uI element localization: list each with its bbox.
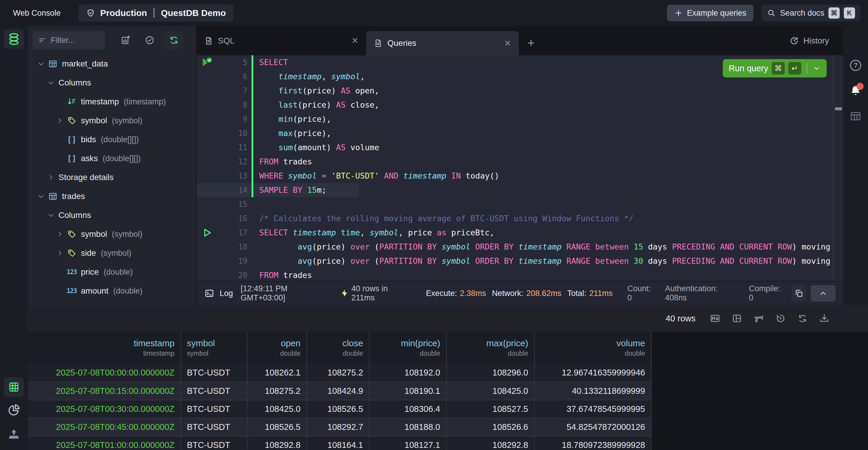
schema-explorer-button[interactable] (4, 29, 24, 49)
tree-item-columns[interactable]: Columns (28, 206, 196, 225)
chevron-down-icon[interactable] (36, 192, 46, 200)
cell-open: 108425.0 (247, 400, 307, 418)
column-header-close[interactable]: closedouble (307, 332, 370, 364)
table-row[interactable]: 2025-07-08T01:00:00.000000ZBTC-USDT10829… (28, 436, 652, 450)
log-summary: 40 rows in 211ms (351, 284, 413, 303)
log-stat: Compile: 0 (749, 284, 786, 303)
tree-item-bids[interactable]: []bids(double[][]) (28, 130, 196, 149)
line-number: 13 (217, 169, 252, 183)
grid-view-button[interactable] (4, 377, 24, 397)
gutter: 8 (197, 98, 253, 112)
tree-item-symbol[interactable]: symbol(symbol) (28, 111, 196, 130)
pie-chart-icon (7, 403, 21, 417)
tree-item-asks[interactable]: []asks(double[][]) (28, 149, 196, 168)
add-matview-button[interactable] (116, 31, 135, 49)
markdown-copy-icon[interactable] (710, 313, 720, 324)
import-button[interactable] (7, 427, 21, 441)
table-panel-button[interactable] (849, 110, 862, 122)
log-metrics: Execute:2.38msNetwork:208.62msTotal:211m… (426, 289, 616, 298)
column-header-max-price-[interactable]: max(price)double (447, 332, 535, 364)
refresh-icon[interactable] (797, 313, 808, 324)
query-plan-icon[interactable] (753, 313, 764, 324)
run-query-button[interactable]: Run query ⌘ ↵ (723, 59, 827, 78)
column-header-timestamp[interactable]: timestamptimestamp (28, 332, 181, 364)
tree-item-label: Columns (58, 210, 91, 220)
scrollbar-thumb[interactable] (835, 107, 842, 110)
tree-item-timestamp[interactable]: timestamp(timestamp) (28, 301, 196, 305)
instance-badge[interactable]: Production QuestDB Demo (79, 4, 234, 22)
tree-item-amount[interactable]: 123amount(double) (28, 281, 196, 301)
column-header-min-price-[interactable]: min(price)double (370, 332, 447, 364)
code-line-12: 12FROM trades (197, 154, 833, 169)
tab-label: Queries (388, 38, 416, 48)
chevron-right-icon[interactable] (55, 249, 65, 257)
copy-log-button[interactable] (792, 285, 806, 302)
chevron-down-icon[interactable] (46, 211, 56, 219)
tree-item-timestamp[interactable]: timestamp(timestamp) (28, 92, 196, 111)
collapse-log-button[interactable] (811, 285, 836, 302)
chevron-down-icon[interactable] (812, 64, 821, 73)
select-tables-button[interactable] (140, 31, 159, 49)
notifications-button[interactable] (849, 85, 862, 97)
code-line-13: 13WHERE symbol = 'BTC-USDT' AND timestam… (197, 169, 833, 183)
tree-item-symbol[interactable]: symbol(symbol) (28, 225, 196, 244)
tree-item-price[interactable]: 123price(double) (28, 262, 196, 281)
cmd-key-badge: ⌘ (772, 62, 785, 75)
notification-dot (857, 83, 864, 90)
chart-view-button[interactable] (7, 403, 21, 417)
download-icon[interactable] (819, 313, 830, 324)
gutter: 10 (197, 126, 253, 140)
line-number: 10 (217, 126, 252, 140)
tree-item-label: symbol (81, 229, 107, 239)
column-type: double (453, 349, 528, 358)
restore-icon[interactable] (775, 313, 786, 324)
tree-item-side[interactable]: side(symbol) (28, 244, 196, 262)
cell-symbol: BTC-USDT (181, 382, 247, 400)
chevron-down-icon[interactable] (36, 60, 46, 68)
tree-item-type: (symbol) (101, 249, 131, 258)
chevron-right-icon[interactable] (55, 230, 65, 238)
column-name: volume (540, 338, 645, 348)
example-queries-button[interactable]: Example queries (667, 5, 753, 21)
column-header-symbol[interactable]: symbolsymbol (181, 332, 247, 364)
table-row[interactable]: 2025-07-08T00:45:00.000000ZBTC-USDT10852… (28, 418, 652, 436)
gutter: 13 (197, 169, 253, 183)
help-button[interactable]: ? (849, 59, 862, 72)
table-row[interactable]: 2025-07-08T00:00:00.000000ZBTC-USDT10826… (28, 364, 652, 382)
table-row[interactable]: 2025-07-08T00:15:00.000000ZBTC-USDT10827… (28, 382, 652, 400)
grid-layout-icon[interactable] (732, 313, 742, 324)
sql-editor[interactable]: 5SELECT6 timestamp, symbol,7 first(price… (197, 55, 843, 281)
grid-body: 2025-07-08T00:00:00.000000ZBTC-USDT10826… (28, 364, 652, 450)
tree-item-storage-details[interactable]: Storage details (28, 168, 196, 187)
tree-item-columns[interactable]: Columns (28, 73, 196, 92)
gutter: 5 (197, 55, 253, 69)
num123-icon: 123 (65, 287, 79, 294)
editor-scrollbar[interactable] (833, 55, 843, 281)
new-tab-button[interactable]: + (528, 37, 534, 49)
refresh-schema-button[interactable] (164, 31, 184, 49)
column-header-open[interactable]: opendouble (247, 332, 307, 364)
search-docs-button[interactable]: Search docs ⌘ K (762, 5, 860, 21)
column-name: close (313, 338, 363, 348)
close-tab-icon[interactable]: ✕ (343, 36, 359, 46)
play-check-icon[interactable] (197, 56, 217, 68)
column-header-volume[interactable]: volumedouble (535, 332, 652, 364)
code-area: 5SELECT6 timestamp, symbol,7 first(price… (197, 55, 833, 281)
line-number: 12 (217, 154, 252, 169)
brackets-icon: [] (65, 135, 79, 144)
history-button[interactable]: History (789, 26, 829, 55)
close-tab-icon[interactable]: ✕ (495, 38, 511, 48)
chevron-right-icon[interactable] (46, 173, 56, 181)
filter-input[interactable] (51, 36, 92, 45)
table-row[interactable]: 2025-07-08T00:30:00.000000ZBTC-USDT10842… (28, 400, 652, 418)
top-bar: Web Console Production QuestDB Demo Exam… (0, 0, 868, 26)
code-text: timestamp, symbol, (253, 69, 365, 84)
tab-sql[interactable]: SQL✕ (197, 26, 366, 55)
chevron-down-icon[interactable] (46, 79, 56, 87)
chevron-right-icon[interactable] (55, 117, 65, 124)
log-stat: Authentication: 408ns (665, 284, 741, 303)
tree-item-trades[interactable]: trades (28, 187, 196, 206)
tab-queries[interactable]: Queries✕ (366, 31, 519, 55)
play-icon[interactable] (197, 227, 217, 238)
tree-item-market-data[interactable]: market_data (28, 54, 196, 73)
